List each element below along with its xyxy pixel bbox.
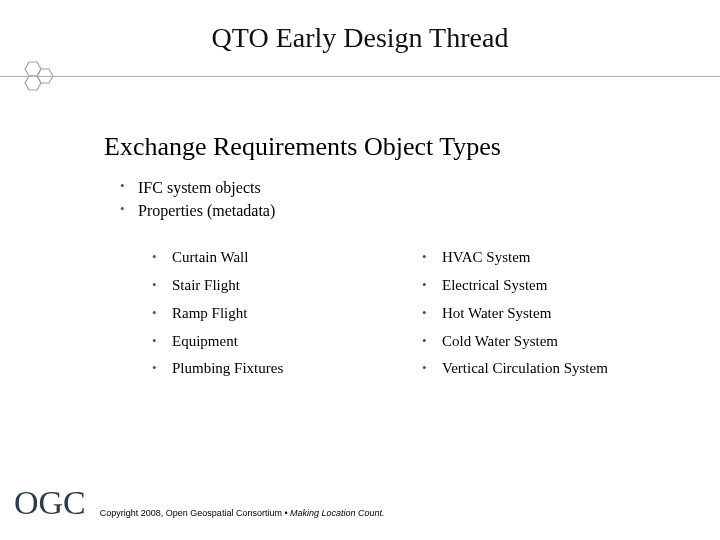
slide: QTO Early Design Thread Exchange Require…	[0, 0, 720, 540]
list-item: Vertical Circulation System	[420, 355, 720, 383]
list-item: HVAC System	[420, 244, 720, 272]
hexagon-icon	[16, 60, 62, 98]
list-item: IFC system objects	[120, 176, 720, 199]
slide-title: QTO Early Design Thread	[0, 22, 720, 54]
column-left: Curtain Wall Stair Flight Ramp Flight Eq…	[150, 244, 420, 383]
list-item: Hot Water System	[420, 300, 720, 328]
list-item: Curtain Wall	[150, 244, 420, 272]
subtitle: Exchange Requirements Object Types	[104, 132, 720, 162]
list-item: Electrical System	[420, 272, 720, 300]
list-item: Plumbing Fixtures	[150, 355, 420, 383]
header: QTO Early Design Thread	[0, 0, 720, 98]
svg-marker-2	[25, 76, 41, 90]
logo: OGC	[14, 484, 86, 522]
divider-line	[0, 76, 720, 77]
copyright-tagline: Making Location Count.	[290, 508, 385, 518]
copyright-text: Copyright 2008, Open Geospatial Consorti…	[100, 508, 290, 518]
intro-list: IFC system objects Properties (metadata)	[120, 176, 720, 222]
list-item: Ramp Flight	[150, 300, 420, 328]
columns: Curtain Wall Stair Flight Ramp Flight Eq…	[150, 244, 720, 383]
copyright: Copyright 2008, Open Geospatial Consorti…	[100, 508, 385, 518]
divider-wrap	[0, 68, 720, 98]
footer: OGC Copyright 2008, Open Geospatial Cons…	[0, 484, 720, 522]
column-right: HVAC System Electrical System Hot Water …	[420, 244, 720, 383]
list-item: Equipment	[150, 328, 420, 356]
list-item: Cold Water System	[420, 328, 720, 356]
list-item: Properties (metadata)	[120, 199, 720, 222]
list-item: Stair Flight	[150, 272, 420, 300]
